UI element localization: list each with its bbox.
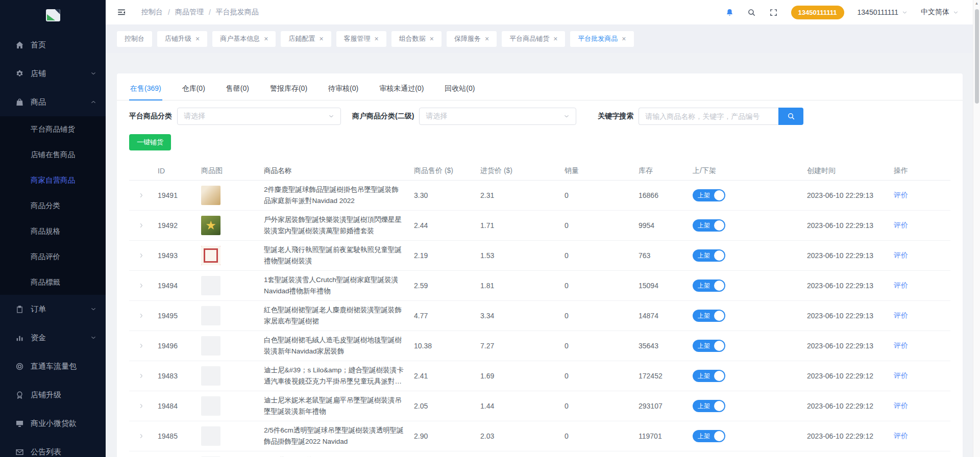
window-tab[interactable]: 平台商品铺货× xyxy=(502,31,565,47)
sidebar-item[interactable]: 直通车流量包 xyxy=(0,352,106,380)
expand-icon[interactable] xyxy=(138,433,144,439)
scrollbar-up-arrow[interactable]: ▲ xyxy=(973,1,980,6)
window-tab[interactable]: 店鋪配置× xyxy=(281,31,331,47)
bag-icon xyxy=(15,98,24,107)
sidebar-subitem[interactable]: 商品分类 xyxy=(0,193,106,218)
window-tab[interactable]: 店铺升级× xyxy=(157,31,207,47)
close-icon[interactable]: × xyxy=(485,35,489,42)
sidebar-item[interactable]: 资金 xyxy=(0,323,106,352)
status-toggle[interactable]: 上架 xyxy=(693,370,725,382)
main-column: 控制台 / 商品管理 / 平台批发商品 13450111111 13450111… xyxy=(106,0,980,457)
status-toggle[interactable]: 上架 xyxy=(693,400,725,412)
sidebar-subitem[interactable]: 商品標籤 xyxy=(0,269,106,295)
expand-icon[interactable] xyxy=(138,252,144,259)
product-id: 19484 xyxy=(154,402,194,410)
review-link[interactable]: 评价 xyxy=(894,311,908,319)
expand-icon[interactable] xyxy=(138,373,144,379)
sidebar-subitem[interactable]: 商品评价 xyxy=(0,244,106,269)
review-link[interactable]: 评价 xyxy=(894,191,908,199)
sidebar-subitem[interactable]: 平台商品铺货 xyxy=(0,116,106,142)
menu-fold-icon[interactable] xyxy=(117,8,126,17)
platform-category-select[interactable]: 请选择 xyxy=(177,108,341,125)
close-icon[interactable]: × xyxy=(195,35,200,42)
close-icon[interactable]: × xyxy=(553,35,557,42)
sidebar-item[interactable]: 公告列表 xyxy=(0,438,106,457)
sidebar-subitem-label: 店铺在售商品 xyxy=(31,150,75,160)
status-toggle[interactable]: 上架 xyxy=(693,280,725,292)
status-toggle[interactable]: 上架 xyxy=(693,340,725,352)
account-badge[interactable]: 13450111111 xyxy=(791,6,844,19)
product-id: 19492 xyxy=(154,221,194,230)
sidebar-item[interactable]: 店铺 xyxy=(0,59,106,88)
review-link[interactable]: 评价 xyxy=(894,431,908,440)
sidebar-item[interactable]: 订单 xyxy=(0,295,106,323)
chevron-down-icon xyxy=(90,335,96,341)
close-icon[interactable]: × xyxy=(375,35,379,42)
review-link[interactable]: 评价 xyxy=(894,251,908,259)
status-tab[interactable]: 回收站(0) xyxy=(444,79,476,100)
search-button[interactable] xyxy=(778,108,803,125)
window-tab[interactable]: 保障服务× xyxy=(447,31,497,47)
window-tab[interactable]: 平台批发商品× xyxy=(570,31,633,47)
fullscreen-icon[interactable] xyxy=(769,8,778,17)
logo[interactable] xyxy=(0,0,106,31)
product-thumb xyxy=(201,216,220,235)
search-icon[interactable] xyxy=(747,8,756,17)
scrollbar-thumb[interactable] xyxy=(975,9,979,104)
sidebar-subitem[interactable]: 店铺在售商品 xyxy=(0,142,106,167)
expand-icon[interactable] xyxy=(138,283,144,289)
review-link[interactable]: 评价 xyxy=(894,221,908,229)
close-icon[interactable]: × xyxy=(430,35,434,42)
close-icon[interactable]: × xyxy=(319,35,323,42)
product-stock: 9954 xyxy=(628,221,684,230)
close-icon[interactable]: × xyxy=(622,35,626,42)
expand-icon[interactable] xyxy=(138,192,144,198)
window-tab[interactable]: 商户基本信息× xyxy=(212,31,276,47)
status-toggle[interactable]: 上架 xyxy=(693,249,725,262)
notification-bell-icon[interactable] xyxy=(725,8,734,17)
status-toggle[interactable]: 上架 xyxy=(693,189,725,201)
expand-icon[interactable] xyxy=(138,403,144,409)
window-tab[interactable]: 组合数据× xyxy=(391,31,442,47)
review-link[interactable]: 评价 xyxy=(894,401,908,410)
product-price: 2.90 xyxy=(404,432,470,440)
review-link[interactable]: 评价 xyxy=(894,281,908,289)
status-tab[interactable]: 审核未通过(0) xyxy=(378,79,425,100)
breadcrumb-item[interactable]: 控制台 xyxy=(141,8,163,17)
status-tab[interactable]: 仓库(0) xyxy=(181,79,206,100)
status-tab[interactable]: 在售(369) xyxy=(129,79,162,100)
sidebar-item[interactable]: 商品 xyxy=(0,88,106,116)
status-toggle[interactable]: 上架 xyxy=(693,310,725,322)
status-toggle-label: 上架 xyxy=(698,251,710,260)
account-menu[interactable]: 13450111111 xyxy=(857,8,908,16)
bulk-distribute-button[interactable]: 一键铺货 xyxy=(129,134,171,150)
breadcrumb-item[interactable]: 商品管理 xyxy=(175,8,204,17)
window-tab[interactable]: 客服管理× xyxy=(336,31,386,47)
status-tab[interactable]: 警报库存(0) xyxy=(269,79,308,100)
expand-icon[interactable] xyxy=(138,313,144,319)
sidebar-item[interactable]: 店铺升级 xyxy=(0,380,106,409)
sidebar-subitem[interactable]: 商家自营商品 xyxy=(0,167,106,193)
keyword-input[interactable] xyxy=(639,108,778,125)
expand-icon[interactable] xyxy=(138,343,144,349)
merchant-category-select[interactable]: 请选择 xyxy=(419,108,576,125)
status-tab[interactable]: 待审核(0) xyxy=(327,79,359,100)
window-tab[interactable]: 控制台 xyxy=(117,31,152,47)
status-toggle[interactable]: 上架 xyxy=(693,219,725,232)
status-toggle[interactable]: 上架 xyxy=(693,430,725,442)
sidebar-item[interactable]: 商业小微贷款 xyxy=(0,409,106,438)
product-id: 19494 xyxy=(154,282,194,290)
sidebar-item[interactable]: 首页 xyxy=(0,31,106,59)
close-icon[interactable]: × xyxy=(264,35,268,42)
chart-icon xyxy=(15,334,24,342)
column-header: ID xyxy=(154,167,194,175)
status-tab[interactable]: 售罄(0) xyxy=(225,79,250,100)
status-toggle-cell: 上架 xyxy=(684,400,797,412)
review-link[interactable]: 评价 xyxy=(894,371,908,379)
sidebar-subitem[interactable]: 商品規格 xyxy=(0,218,106,244)
page-scrollbar[interactable]: ▲ xyxy=(973,0,980,457)
language-selector[interactable]: 中文简体 xyxy=(921,8,959,17)
review-link[interactable]: 评价 xyxy=(894,341,908,349)
product-price: 10.38 xyxy=(404,342,470,350)
expand-icon[interactable] xyxy=(138,222,144,229)
